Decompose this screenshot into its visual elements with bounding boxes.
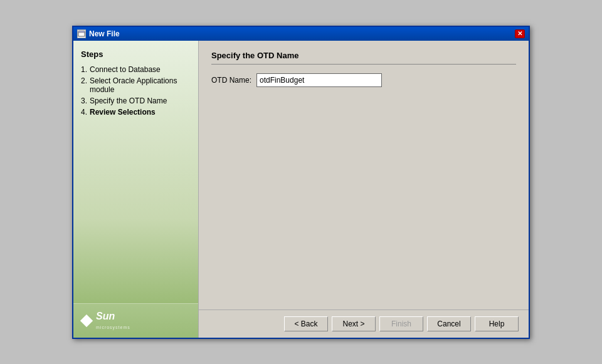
close-button[interactable]: ✕ — [515, 29, 525, 38]
step-3-label: Specify the OTD Name — [90, 96, 167, 105]
step-1: 1. Connect to Database — [81, 65, 191, 74]
step-4-number: 4. — [81, 108, 87, 117]
back-button[interactable]: < Back — [284, 316, 328, 331]
sun-logo-icon — [80, 314, 93, 328]
svg-marker-2 — [80, 315, 93, 327]
step-4: 4. Review Selections — [81, 108, 191, 117]
sidebar-bottom: Sun microsystems — [73, 303, 198, 338]
steps-heading: Steps — [81, 49, 191, 59]
step-2: 2. Select Oracle Applications module — [81, 76, 191, 94]
step-2-number: 2. — [81, 76, 87, 94]
title-bar-left: New File — [77, 29, 120, 38]
step-1-number: 1. — [81, 65, 87, 74]
window-body: Steps 1. Connect to Database 2. Select O… — [73, 41, 529, 338]
section-title: Specify the OTD Name — [211, 51, 516, 65]
sun-sub-text: microsystems — [96, 325, 130, 330]
window-icon — [77, 29, 86, 38]
sidebar-content: Steps 1. Connect to Database 2. Select O… — [73, 41, 198, 303]
title-bar: New File ✕ — [73, 27, 529, 41]
step-3: 3. Specify the OTD Name — [81, 96, 191, 105]
main-window: New File ✕ Steps 1. Connect to Database … — [72, 26, 530, 339]
content-area: Specify the OTD Name OTD Name: — [199, 41, 529, 309]
button-bar: < Back Next > Finish Cancel Help — [199, 309, 529, 338]
sun-logo: Sun microsystems — [80, 311, 130, 331]
otd-name-row: OTD Name: — [211, 73, 516, 87]
window-title: New File — [89, 29, 120, 38]
main-content: Specify the OTD Name OTD Name: < Back Ne… — [199, 41, 529, 338]
step-3-number: 3. — [81, 96, 87, 105]
otd-name-label: OTD Name: — [211, 76, 251, 85]
help-button[interactable]: Help — [475, 316, 519, 331]
sidebar: Steps 1. Connect to Database 2. Select O… — [73, 41, 199, 338]
sun-logo-text: Sun microsystems — [96, 311, 130, 331]
step-4-label: Review Selections — [90, 108, 156, 117]
finish-button[interactable]: Finish — [379, 316, 423, 331]
cancel-button[interactable]: Cancel — [427, 316, 471, 331]
step-1-label: Connect to Database — [90, 65, 161, 74]
svg-rect-1 — [78, 31, 85, 33]
next-button[interactable]: Next > — [332, 316, 376, 331]
step-2-label: Select Oracle Applications module — [90, 76, 191, 94]
otd-name-input[interactable] — [256, 73, 382, 87]
